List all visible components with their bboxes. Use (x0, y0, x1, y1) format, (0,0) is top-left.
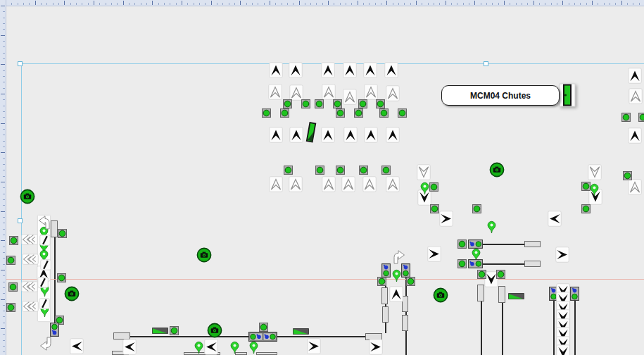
ramp-indicator[interactable] (508, 293, 524, 299)
chevron-up-icon[interactable] (289, 62, 303, 78)
conveyor-segment[interactable] (498, 286, 505, 303)
ramp-indicator[interactable] (152, 328, 168, 334)
chevron-up-icon[interactable] (269, 62, 283, 78)
location-pin-icon[interactable] (486, 220, 497, 234)
chevron-right-icon[interactable] (307, 338, 321, 354)
chevron-up-icon[interactable] (343, 62, 357, 78)
camera-icon[interactable] (64, 286, 80, 301)
chevron-white-up-icon[interactable] (322, 84, 336, 100)
signal-box[interactable] (401, 263, 410, 278)
chevron-right-icon[interactable] (369, 339, 383, 355)
scada-canvas[interactable]: MCM04 Chutes (0, 0, 644, 355)
chevron-white-up-icon[interactable] (628, 179, 642, 195)
chevron-left-icon[interactable] (122, 339, 137, 355)
signal-box[interactable] (570, 287, 579, 301)
belt-segment-icon[interactable] (39, 235, 51, 246)
status-dot[interactable] (58, 229, 67, 238)
chevron-white-up-icon[interactable] (289, 85, 303, 101)
status-dot[interactable] (57, 273, 66, 282)
status-dot[interactable] (472, 204, 481, 213)
status-dot[interactable] (377, 277, 386, 286)
curved-arrow-icon[interactable] (37, 215, 53, 230)
status-dot[interactable] (333, 99, 342, 108)
chevron-white-up-icon[interactable] (322, 176, 336, 192)
chevron-up-icon[interactable] (628, 127, 642, 144)
location-pin-icon[interactable] (248, 341, 259, 354)
chevron-up-icon[interactable] (343, 127, 358, 143)
location-pin-icon[interactable] (194, 341, 204, 354)
status-dot[interactable] (280, 108, 289, 118)
camera-icon[interactable] (207, 323, 222, 338)
chevron-white-down-icon[interactable] (417, 164, 431, 180)
camera-icon[interactable] (196, 247, 212, 263)
status-dot[interactable] (457, 259, 467, 268)
status-dot[interactable] (336, 108, 345, 118)
chevron-white-up-icon[interactable] (289, 176, 303, 192)
status-dot[interactable] (430, 204, 439, 213)
status-dot[interactable] (429, 182, 438, 192)
location-pin-icon[interactable] (419, 182, 430, 195)
ramp-indicator[interactable] (293, 328, 309, 335)
chevron-white-up-icon[interactable] (268, 84, 282, 100)
chevron-white-up-icon[interactable] (269, 176, 283, 192)
camera-icon[interactable] (489, 162, 505, 178)
status-dot[interactable] (358, 99, 367, 108)
status-dot[interactable] (8, 282, 18, 292)
camera-icon[interactable] (20, 189, 35, 204)
chevron-up-icon[interactable] (321, 127, 335, 143)
status-dot[interactable] (262, 108, 271, 118)
status-dot[interactable] (359, 166, 368, 175)
location-pin-icon[interactable] (391, 269, 402, 282)
conveyor-segment[interactable] (382, 306, 389, 323)
status-dot[interactable] (259, 323, 268, 332)
selection-handle[interactable] (18, 61, 23, 66)
chevron-up-icon[interactable] (389, 286, 403, 302)
gate-indicator[interactable] (559, 83, 576, 107)
status-dot[interactable] (376, 99, 385, 108)
chevron-up-icon[interactable] (363, 62, 377, 78)
belt-segment-icon[interactable] (39, 298, 50, 309)
status-dot[interactable] (638, 113, 644, 122)
status-dot[interactable] (6, 303, 15, 312)
chevron-right-icon[interactable] (439, 211, 453, 227)
conveyor-segment[interactable] (477, 285, 484, 301)
chevron-white-down-icon[interactable] (588, 164, 602, 180)
status-dot[interactable] (315, 99, 324, 108)
chevron-left-icon[interactable] (204, 339, 218, 355)
location-pin-icon[interactable] (229, 341, 240, 354)
belt-segment-icon[interactable] (37, 277, 49, 288)
conveyor-segment[interactable] (256, 352, 277, 355)
chevron-white-up-icon[interactable] (386, 176, 400, 192)
status-dot[interactable] (284, 166, 293, 175)
chevron-up-icon[interactable] (269, 127, 283, 143)
chevron-white-up-icon[interactable] (364, 84, 378, 100)
status-dot[interactable] (336, 166, 345, 175)
selection-handle[interactable] (484, 61, 488, 66)
status-dot[interactable] (9, 236, 18, 245)
chute-chevron-down-icon[interactable] (556, 344, 570, 355)
signal-group[interactable] (248, 332, 277, 342)
status-dot[interactable] (301, 99, 310, 108)
selection-handle[interactable] (18, 218, 23, 223)
double-chevron-left-icon[interactable] (22, 254, 39, 265)
chevron-right-icon[interactable] (427, 246, 441, 262)
signal-box[interactable] (50, 323, 59, 337)
status-dot[interactable] (581, 204, 591, 213)
signal-box[interactable] (468, 239, 483, 249)
status-dot[interactable] (621, 113, 631, 122)
status-dot[interactable] (379, 108, 389, 118)
chevron-up-icon[interactable] (386, 127, 400, 143)
conveyor-segment[interactable] (524, 261, 541, 267)
status-dot[interactable] (623, 171, 632, 180)
chevron-up-icon[interactable] (384, 62, 398, 78)
chevron-left-icon[interactable] (548, 211, 562, 227)
status-dot[interactable] (170, 326, 179, 335)
location-pin-icon[interactable] (589, 183, 600, 197)
gate-indicator[interactable] (305, 122, 317, 143)
status-dot[interactable] (315, 166, 324, 175)
chevron-left-icon[interactable] (70, 338, 84, 354)
curved-arrow-icon[interactable] (39, 336, 54, 351)
chevron-white-up-icon[interactable] (341, 176, 355, 192)
status-dot[interactable] (477, 270, 486, 279)
signal-box[interactable] (468, 259, 483, 268)
